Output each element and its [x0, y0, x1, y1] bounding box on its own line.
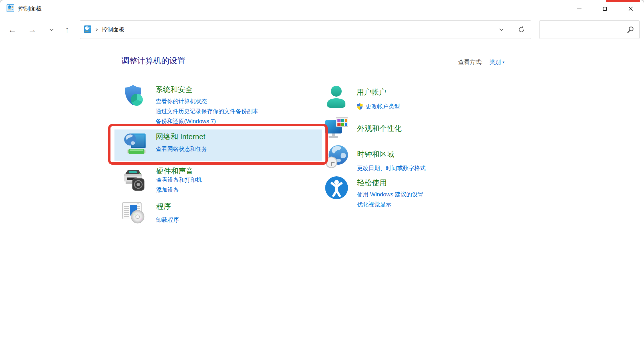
category-title-link[interactable]: 外观和个性化 — [357, 124, 402, 133]
category-title-link[interactable]: 硬件和声音 — [156, 166, 202, 176]
control-panel-icon — [84, 25, 91, 34]
network-globe-monitor-icon — [124, 132, 147, 157]
address-bar-actions — [498, 26, 525, 33]
forward-icon: → — [28, 25, 37, 35]
maximize-icon — [603, 7, 607, 11]
titlebar: 控制面板 — [0, 0, 644, 17]
breadcrumb-chevron-icon — [95, 27, 98, 32]
control-panel-window: 控制面板 ← → ↑ — [0, 0, 644, 343]
task-link-uac[interactable]: 更改帐户类型 — [357, 101, 400, 111]
category-user-accounts: 用户帐户 更改帐户类型 — [325, 84, 400, 111]
recent-locations-button[interactable] — [45, 17, 58, 43]
view-by: 查看方式: 类别 ▾ — [458, 58, 504, 66]
desktop-background-sliver — [606, 0, 640, 2]
address-bar[interactable]: 控制面板 — [80, 20, 531, 39]
close-icon — [628, 6, 633, 11]
category-title-link[interactable]: 轻松使用 — [357, 178, 423, 187]
search-input[interactable] — [545, 27, 627, 33]
view-by-dropdown[interactable]: 类别 ▾ — [490, 58, 505, 66]
task-link[interactable]: 卸载程序 — [156, 215, 179, 225]
user-icon — [325, 84, 348, 111]
forward-button[interactable]: → — [25, 17, 39, 43]
task-link[interactable]: 添加设备 — [156, 185, 202, 195]
up-icon: ↑ — [65, 25, 69, 35]
shield-pie-icon — [121, 84, 145, 126]
category-appearance-personalization: 外观和个性化 — [325, 117, 402, 141]
refresh-icon[interactable] — [518, 26, 525, 33]
task-link[interactable]: 查看你的计算机状态 — [156, 96, 258, 106]
minimize-button[interactable] — [566, 1, 592, 17]
history-chevron-icon — [49, 28, 54, 32]
category-clock-region: 时钟和区域 更改日期、时间或数字格式 — [325, 144, 426, 173]
category-hardware-sound: 硬件和声音 查看设备和打印机 添加设备 — [121, 167, 202, 195]
category-title-link[interactable]: 时钟和区域 — [357, 149, 426, 159]
clock-globe-icon — [325, 144, 349, 173]
task-link[interactable]: 通过文件历史记录保存你的文件备份副本 — [156, 106, 258, 116]
category-system-security: 系统和安全 查看你的计算机状态 通过文件历史记录保存你的文件备份副本 备份和还原… — [121, 84, 258, 126]
task-link[interactable]: 使用 Windows 建议的设置 — [357, 190, 423, 200]
breadcrumb-item-control-panel[interactable]: 控制面板 — [102, 26, 124, 33]
control-panel-icon — [7, 4, 14, 13]
printer-speaker-icon — [121, 167, 145, 195]
category-title-link[interactable]: 网络和 Internet — [156, 132, 207, 141]
minimize-icon — [577, 9, 581, 9]
back-icon: ← — [8, 25, 17, 35]
category-title-link[interactable]: 用户帐户 — [357, 87, 400, 97]
dropdown-arrow-icon: ▾ — [503, 60, 505, 64]
view-by-label: 查看方式: — [458, 58, 483, 66]
window-title: 控制面板 — [18, 5, 42, 13]
navigation-bar: ← → ↑ 控制面板 — [0, 17, 644, 43]
category-title-link[interactable]: 程序 — [156, 202, 179, 211]
task-link[interactable]: 查看网络状态和任务 — [156, 144, 207, 154]
window-controls — [566, 1, 643, 17]
close-button[interactable] — [618, 1, 643, 17]
page-title: 调整计算机的设置 — [121, 55, 185, 66]
breadcrumb: 控制面板 — [95, 26, 124, 33]
programs-cd-icon — [121, 200, 145, 226]
category-programs: 程序 卸载程序 — [121, 200, 179, 226]
up-button[interactable]: ↑ — [60, 17, 74, 43]
category-title-link[interactable]: 系统和安全 — [156, 85, 258, 94]
maximize-button[interactable] — [592, 1, 618, 17]
task-link[interactable]: 备份和还原(Windows 7) — [156, 116, 258, 126]
uac-shield-icon — [357, 103, 363, 110]
task-link[interactable]: 更改日期、时间或数字格式 — [357, 163, 426, 173]
appearance-monitor-icon — [325, 117, 349, 141]
task-link[interactable]: 优化视觉显示 — [357, 200, 423, 210]
ease-of-access-icon — [325, 176, 349, 210]
task-link[interactable]: 查看设备和打印机 — [156, 175, 202, 185]
category-ease-of-access: 轻松使用 使用 Windows 建议的设置 优化视觉显示 — [325, 176, 423, 210]
search-box — [539, 20, 640, 39]
address-dropdown-icon[interactable] — [498, 28, 504, 32]
search-icon[interactable] — [627, 26, 634, 33]
category-network-internet: 网络和 Internet 查看网络状态和任务 — [124, 132, 207, 157]
back-button[interactable]: ← — [5, 17, 19, 43]
